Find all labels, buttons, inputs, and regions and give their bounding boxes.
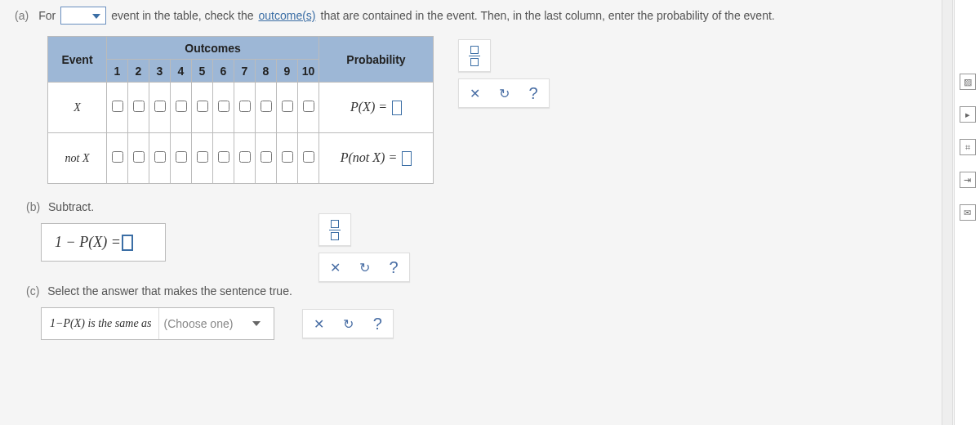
help-icon: ? [528,84,537,103]
prob-x-input[interactable] [392,101,402,115]
part-b-label: (b) [26,200,40,213]
event-scope-dropdown[interactable] [60,7,106,25]
part-c-title: Select the answer that makes the sentenc… [47,284,292,298]
redo-icon: ↻ [359,260,370,275]
x-outcome-3[interactable] [154,101,166,112]
col-2: 2 [128,60,149,83]
x-outcome-8[interactable] [261,101,272,112]
clear-button-b[interactable]: ✕ [326,258,344,276]
part-c-label: (c) [26,284,39,298]
part-a-for: For [38,9,56,22]
rail-icon-4[interactable]: ⇥ [960,172,976,188]
notx-outcome-4[interactable] [176,151,187,163]
probability-header: Probability [319,37,434,83]
outcomes-header: Outcomes [107,37,319,60]
instr-after: that are contained in the event. Then, i… [321,9,775,22]
x-icon: ✕ [470,86,480,101]
outcomes-table: Event Outcomes Probability 1 2 3 4 5 6 7… [47,36,434,184]
notx-outcome-10[interactable] [303,151,314,163]
x-outcome-2[interactable] [133,101,145,112]
row-x-label: X [48,83,107,133]
rail-icon-2[interactable]: ▸ [960,106,976,123]
x-outcome-6[interactable] [218,101,229,112]
help-icon: ? [389,258,398,277]
rail-icon-1[interactable]: ▨ [960,74,976,90]
col-1: 1 [107,60,128,83]
x-outcome-5[interactable] [197,101,208,112]
fraction-icon [329,220,341,240]
x-icon: ✕ [330,260,341,275]
clear-button-c[interactable]: ✕ [310,315,327,333]
col-7: 7 [234,60,256,83]
vertical-scrollbar[interactable] [942,0,953,425]
redo-button[interactable]: ↻ [495,84,513,102]
notx-outcome-3[interactable] [154,151,166,163]
outcomes-link[interactable]: outcome(s) [258,9,315,22]
fraction-tool-button[interactable] [458,39,491,72]
event-header: Event [48,37,107,83]
fraction-icon [469,46,480,66]
x-outcome-4[interactable] [176,101,187,112]
x-outcome-1[interactable] [112,101,123,112]
choose-one-dropdown[interactable]: (Choose one) [158,308,266,339]
notx-outcome-8[interactable] [261,151,272,163]
x-outcome-10[interactable] [303,101,314,112]
col-6: 6 [213,60,234,83]
col-4: 4 [171,60,192,83]
redo-icon: ↻ [499,86,510,101]
notx-outcome-5[interactable] [197,151,208,163]
part-c-toolbar: ✕ ↻ ? [302,309,394,338]
fraction-tool-button-b[interactable] [318,213,351,246]
notx-outcome-2[interactable] [133,151,145,163]
row-notx-label: not X [48,133,107,184]
instr-before: event in the table, check the [111,9,253,22]
x-outcome-9[interactable] [282,101,293,112]
redo-button-c[interactable]: ↻ [339,315,357,333]
col-8: 8 [256,60,277,83]
help-icon: ? [373,315,382,333]
notx-outcome-1[interactable] [112,151,123,163]
redo-icon: ↻ [343,316,354,332]
help-button-b[interactable]: ? [385,258,403,276]
subtract-equation: 1 − P(X) = [55,234,121,251]
prob-notx-cell: P(not X) = [319,133,434,184]
chevron-down-icon [252,321,261,326]
rail-icon-5[interactable]: ✉ [960,204,976,221]
part-b-toolbar: ✕ ↻ ? [318,253,410,282]
choose-placeholder: (Choose one) [164,317,234,330]
notx-outcome-9[interactable] [282,151,293,163]
notx-outcome-7[interactable] [239,151,251,163]
col-3: 3 [149,60,171,83]
side-rail: ▨ ▸ ⌗ ⇥ ✉ [954,0,980,425]
prob-x-cell: P(X) = [319,83,434,133]
clear-button[interactable]: ✕ [466,84,483,102]
part-a-toolbar: ✕ ↻ ? [458,78,550,108]
prob-notx-input[interactable] [402,151,412,166]
part-b-title: Subtract. [48,200,94,213]
col-9: 9 [277,60,298,83]
part-a-label: (a) [15,9,29,22]
redo-button-b[interactable]: ↻ [355,258,373,276]
help-button[interactable]: ? [524,84,542,102]
help-button-c[interactable]: ? [368,315,386,333]
x-icon: ✕ [314,316,324,332]
col-5: 5 [192,60,213,83]
notx-outcome-6[interactable] [218,151,229,163]
x-outcome-7[interactable] [239,101,251,112]
sentence-lhs: 1−P(X) is the same as [50,317,152,329]
subtract-equation-box: 1 − P(X) = [41,223,166,262]
subtract-answer-input[interactable] [122,235,132,250]
sentence-box: 1−P(X) is the same as (Choose one) [41,307,274,340]
rail-icon-3[interactable]: ⌗ [960,139,976,155]
col-10: 10 [298,60,319,83]
